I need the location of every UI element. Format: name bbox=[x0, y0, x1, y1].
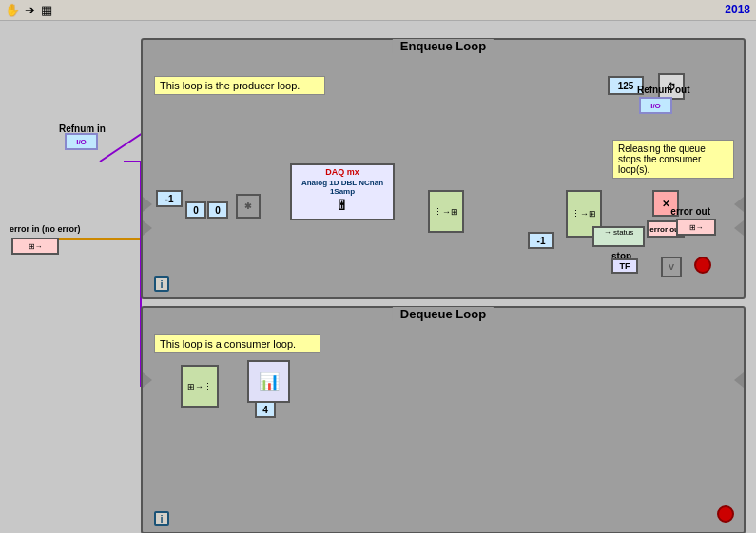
num-4[interactable]: 4 bbox=[255, 401, 276, 418]
dequeue-info-icon[interactable]: i bbox=[154, 511, 169, 526]
refnum-in-terminal[interactable]: I/O bbox=[65, 133, 98, 150]
sr-right-top bbox=[734, 197, 744, 212]
hand-icon[interactable]: ✋ bbox=[4, 2, 21, 19]
error-in-label: error in (no error) bbox=[10, 224, 81, 234]
stop-button[interactable] bbox=[694, 257, 711, 274]
dequeue-sr-right bbox=[734, 372, 744, 388]
refnum-out-terminal[interactable]: I/O bbox=[639, 97, 672, 114]
enqueue-title: Enqueue Loop bbox=[393, 39, 494, 53]
num-0-2[interactable]: 0 bbox=[207, 201, 228, 219]
grid-icon[interactable]: ▦ bbox=[38, 2, 55, 19]
or-node[interactable]: V bbox=[661, 257, 682, 277]
producer-comment: This loop is the producer loop. bbox=[154, 76, 325, 95]
dequeue-stop-button[interactable] bbox=[717, 505, 734, 523]
arrow-icon[interactable]: ➔ bbox=[21, 2, 38, 19]
num-0-1[interactable]: 0 bbox=[185, 201, 206, 219]
releasing-comment: Releasing the queue stops the consumer l… bbox=[612, 140, 734, 179]
num-neg1-2[interactable]: -1 bbox=[528, 232, 554, 249]
canvas: Enqueue Loop This loop is the producer l… bbox=[0, 21, 756, 533]
toolbar: ✋ ➔ ▦ 2018 bbox=[0, 0, 756, 21]
error-in-terminal[interactable]: ⊞→ bbox=[11, 238, 59, 255]
refnum-out-label: Refnum out bbox=[637, 85, 690, 95]
daq-block[interactable]: DAQ mx Analog 1D DBL NChan 1Samp 🎚 bbox=[290, 163, 395, 220]
num-neg1-1[interactable]: -1 bbox=[156, 190, 183, 207]
dequeue-sr-left bbox=[143, 372, 152, 388]
dequeue-title: Dequeue Loop bbox=[393, 307, 494, 321]
sr-left-bottom bbox=[143, 220, 152, 236]
enqueue-info-icon[interactable]: i bbox=[154, 276, 169, 292]
error-out-terminal-ext: ⊞→ bbox=[676, 219, 716, 236]
enqueue-frame: Enqueue Loop This loop is the producer l… bbox=[141, 38, 746, 299]
error-out-label: error out bbox=[670, 206, 710, 217]
consumer-comment: This loop is a consumer loop. bbox=[154, 334, 320, 353]
dequeue-node[interactable]: ⊞→⋮ bbox=[181, 365, 219, 408]
sr-left-top bbox=[143, 197, 152, 212]
status-cluster: → status bbox=[592, 226, 645, 247]
multiply-node[interactable]: ✱ bbox=[236, 194, 261, 219]
dequeue-frame: Dequeue Loop This loop is a consumer loo… bbox=[141, 306, 746, 533]
tf-terminal[interactable]: TF bbox=[611, 258, 638, 274]
enqueue-node[interactable]: ⋮→⊞ bbox=[428, 190, 464, 233]
waveform-display[interactable]: 📊 bbox=[247, 360, 290, 403]
year-label: 2018 bbox=[725, 3, 750, 16]
sr-right-bottom bbox=[734, 220, 744, 236]
